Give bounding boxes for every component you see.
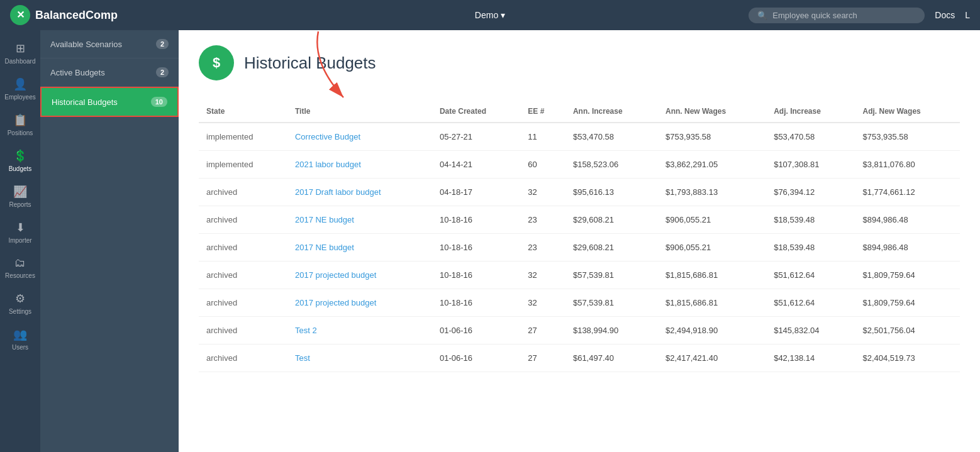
cell-adj_increase: $18,539.48 [766,234,855,262]
cell-ann_new_wages: $3,862,291.05 [658,151,766,179]
top-nav: ✕ BalancedComp Demo ▾ 🔍 Docs L [0,0,980,30]
cell-adj_new_wages: $1,809,759.64 [855,289,960,317]
users-icon: 👥 [13,328,27,341]
cell-title[interactable]: 2017 NE budget [287,234,432,262]
page-icon-symbol: $ [213,55,220,71]
budget-link[interactable]: 2017 projected budget [295,298,376,307]
budget-link[interactable]: Corrective Budget [295,132,360,141]
cell-ann_increase: $158,523.06 [565,151,658,179]
cell-ann_increase: $95,616.13 [565,179,658,206]
cell-date_created: 04-14-21 [432,151,520,179]
budget-link[interactable]: Test 2 [295,326,317,335]
budget-link[interactable]: 2017 projected budget [295,270,376,280]
reports-icon: 📈 [13,185,27,199]
cell-ann_new_wages: $1,815,686.81 [658,262,766,289]
cell-ee_num: 32 [520,262,565,289]
main-layout: ⊞ Dashboard 👤 Employees 📋 Positions 💲 Bu… [0,30,980,452]
cell-title[interactable]: 2021 labor budget [287,151,432,179]
cell-ann_increase: $57,539.81 [565,289,658,317]
cell-state: implemented [199,151,287,179]
col-header-adj_increase: Adj. Increase [766,101,855,123]
rail-item-positions[interactable]: 📋 Positions [0,107,40,143]
budget-table: StateTitleDate CreatedEE #Ann. IncreaseA… [199,101,960,372]
cell-date_created: 10-18-16 [432,262,520,289]
cell-ann_increase: $53,470.58 [565,123,658,151]
docs-link[interactable]: Docs [935,10,955,20]
employee-search-input[interactable] [772,11,916,20]
rail-item-importer[interactable]: ⬇ Importer [0,214,40,250]
col-header-adj_new_wages: Adj. New Wages [855,101,960,123]
budget-link[interactable]: 2017 NE budget [295,243,354,252]
rail-item-reports[interactable]: 📈 Reports [0,179,40,214]
cell-title[interactable]: 2017 projected budget [287,262,432,289]
rail-item-label: Users [12,344,28,351]
cell-ann_new_wages: $753,935.58 [658,123,766,151]
rail-item-resources[interactable]: 🗂 Resources [0,250,40,285]
cell-title[interactable]: 2017 projected budget [287,289,432,317]
cell-ann_increase: $29,608.21 [565,234,658,262]
cell-title[interactable]: 2017 Draft labor budget [287,179,432,206]
col-header-ann_increase: Ann. Increase [565,101,658,123]
cell-title[interactable]: Test 2 [287,317,432,345]
rail-item-users[interactable]: 👥 Users [0,321,40,357]
budget-link[interactable]: 2017 NE budget [295,215,354,224]
rail-item-label: Reports [9,201,31,208]
sub-sidebar-item-active-budgets[interactable]: Active Budgets 2 [40,58,179,87]
cell-ann_new_wages: $2,417,421.40 [658,345,766,372]
cell-ann_increase: $61,497.40 [565,345,658,372]
cell-title[interactable]: Test [287,345,432,372]
rail-item-label: Settings [9,308,31,315]
svg-text:✕: ✕ [16,9,25,20]
cell-adj_new_wages: $1,774,661.12 [855,179,960,206]
cell-adj_new_wages: $894,986.48 [855,234,960,262]
rail-item-budgets[interactable]: 💲 Budgets [0,143,40,179]
cell-ee_num: 11 [520,123,565,151]
resources-icon: 🗂 [14,256,26,270]
cell-date_created: 04-18-17 [432,179,520,206]
table-row: archived2017 NE budget10-18-1623$29,608.… [199,234,960,262]
cell-adj_new_wages: $894,986.48 [855,206,960,234]
budget-link[interactable]: 2021 labor budget [295,160,361,169]
app-name: BalancedComp [35,9,118,22]
budget-link[interactable]: 2017 Draft labor budget [295,187,381,197]
table-row: archivedTest01-06-1627$61,497.40$2,417,4… [199,345,960,372]
cell-date_created: 10-18-16 [432,206,520,234]
sub-sidebar-badge: 2 [156,67,169,77]
cell-date_created: 01-06-16 [432,345,520,372]
cell-adj_increase: $51,612.64 [766,289,855,317]
cell-date_created: 10-18-16 [432,289,520,317]
importer-icon: ⬇ [16,221,25,234]
cell-adj_new_wages: $753,935.58 [855,123,960,151]
dashboard-icon: ⊞ [16,41,25,55]
sub-sidebar-item-available-scenarios[interactable]: Available Scenarios 2 [40,30,179,58]
cell-ann_new_wages: $906,055.21 [658,206,766,234]
sub-sidebar-label: Available Scenarios [50,40,122,49]
employees-icon: 👤 [13,77,27,91]
budgets-icon: 💲 [13,149,27,163]
employee-search-bar[interactable]: 🔍 [749,8,925,23]
cell-ann_new_wages: $906,055.21 [658,234,766,262]
user-menu[interactable]: L [965,10,970,20]
cell-adj_increase: $107,308.81 [766,151,855,179]
rail-item-dashboard[interactable]: ⊞ Dashboard [0,35,40,71]
table-row: archived2017 projected budget10-18-1632$… [199,289,960,317]
budget-link[interactable]: Test [295,353,310,363]
table-wrapper: StateTitleDate CreatedEE #Ann. IncreaseA… [199,101,960,372]
demo-selector[interactable]: Demo ▾ [475,10,505,20]
cell-title[interactable]: Corrective Budget [287,123,432,151]
sub-sidebar: Available Scenarios 2 Active Budgets 2 H… [40,30,179,452]
cell-ee_num: 32 [520,179,565,206]
rail-item-employees[interactable]: 👤 Employees [0,71,40,107]
app-logo[interactable]: ✕ BalancedComp [10,5,118,25]
sub-sidebar-badge: 10 [151,97,167,107]
demo-chevron-icon: ▾ [501,10,505,20]
cell-adj_increase: $18,539.48 [766,206,855,234]
cell-adj_increase: $76,394.12 [766,179,855,206]
rail-item-settings[interactable]: ⚙ Settings [0,285,40,321]
sub-sidebar-label: Active Budgets [50,68,105,77]
rail-item-label: Resources [5,272,35,279]
sub-sidebar-item-historical-budgets[interactable]: Historical Budgets 10 [40,87,179,117]
cell-date_created: 10-18-16 [432,234,520,262]
cell-title[interactable]: 2017 NE budget [287,206,432,234]
cell-ee_num: 60 [520,151,565,179]
